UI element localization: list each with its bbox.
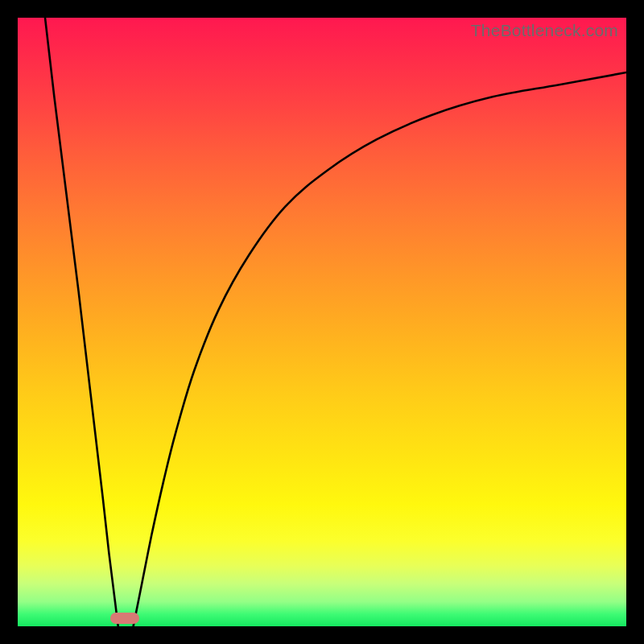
optimal-marker xyxy=(110,613,139,624)
bottleneck-curve xyxy=(18,18,626,626)
chart-frame: TheBottleneck.com xyxy=(0,0,644,644)
plot-area: TheBottleneck.com xyxy=(18,18,626,626)
curve-path-left xyxy=(45,18,118,626)
curve-path-right xyxy=(134,72,626,626)
